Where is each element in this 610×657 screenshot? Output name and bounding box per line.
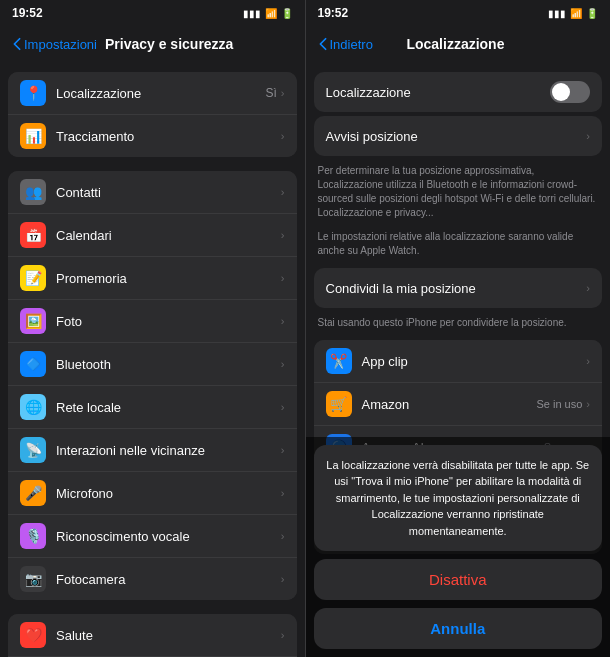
localizzazione-toggle-row[interactable]: Localizzazione: [314, 72, 603, 112]
right-battery-icon: 🔋: [586, 8, 598, 19]
interazioni-icon: 📡: [20, 437, 46, 463]
localizzazione-icon: 📍: [20, 80, 46, 106]
vocale-chevron: ›: [281, 530, 285, 542]
left-status-icons: ▮▮▮ 📶 🔋: [243, 8, 293, 19]
interazioni-label: Interazioni nelle vicinanze: [56, 443, 281, 458]
condividi-label: Condividi la mia posizione: [326, 281, 587, 296]
list-item-calendari[interactable]: 📅 Calendari ›: [8, 214, 297, 257]
foto-chevron: ›: [281, 315, 285, 327]
right-nav-title: Localizzazione: [373, 36, 538, 52]
condividi-info: Stai usando questo iPhone per condivider…: [306, 312, 611, 336]
left-status-bar: 19:52 ▮▮▮ 📶 🔋: [0, 0, 305, 26]
battery-icon: 🔋: [281, 8, 293, 19]
alert-overlay: La localizzazione verrà disabilitata per…: [306, 437, 611, 658]
contatti-chevron: ›: [281, 186, 285, 198]
amazon-icon: 🛒: [326, 391, 352, 417]
calendari-icon: 📅: [20, 222, 46, 248]
microfono-chevron: ›: [281, 487, 285, 499]
localizzazione-value: Sì: [265, 86, 276, 100]
appclip-chevron: ›: [586, 355, 590, 367]
wifi-icon: 📶: [265, 8, 277, 19]
annulla-button[interactable]: Annulla: [314, 608, 603, 649]
tracciamento-chevron: ›: [281, 130, 285, 142]
bluetooth-chevron: ›: [281, 358, 285, 370]
rete-label: Rete locale: [56, 400, 281, 415]
list-item-vocale[interactable]: 🎙️ Riconoscimento vocale ›: [8, 515, 297, 558]
list-item-fotocamera[interactable]: 📷 Fotocamera ›: [8, 558, 297, 600]
interazioni-chevron: ›: [281, 444, 285, 456]
localizzazione-chevron: ›: [281, 87, 285, 99]
left-panel: 19:52 ▮▮▮ 📶 🔋 Impostazioni Privacy e sic…: [0, 0, 306, 657]
disattiva-button[interactable]: Disattiva: [314, 559, 603, 600]
list-item-bluetooth[interactable]: 🔷 Bluetooth ›: [8, 343, 297, 386]
alert-text: La localizzazione verrà disabilitata per…: [326, 457, 591, 540]
salute-chevron: ›: [281, 629, 285, 641]
condividi-chevron: ›: [586, 282, 590, 294]
foto-label: Foto: [56, 314, 281, 329]
contatti-label: Contatti: [56, 185, 281, 200]
list-item-rete[interactable]: 🌐 Rete locale ›: [8, 386, 297, 429]
list-item-interazioni[interactable]: 📡 Interazioni nelle vicinanze ›: [8, 429, 297, 472]
fotocamera-icon: 📷: [20, 566, 46, 592]
avvisi-section: Avvisi posizione ›: [314, 116, 603, 156]
left-nav-title: Privacy e sicurezza: [105, 36, 233, 52]
right-back-button[interactable]: Indietro: [318, 37, 373, 52]
list-item-promemoria[interactable]: 📝 Promemoria ›: [8, 257, 297, 300]
right-nav-header: Indietro Localizzazione: [306, 26, 611, 62]
right-panel: 19:52 ▮▮▮ 📶 🔋 Indietro Localizzazione Lo…: [306, 0, 611, 657]
left-back-button[interactable]: Impostazioni: [12, 37, 97, 52]
section-contacts: 👥 Contatti › 📅 Calendari › 📝 Promemoria …: [8, 171, 297, 600]
localizzazione-toggle-switch[interactable]: [550, 81, 590, 103]
rete-icon: 🌐: [20, 394, 46, 420]
info-text-2: Le impostazioni relative alla localizzaz…: [306, 226, 611, 264]
right-back-label: Indietro: [330, 37, 373, 52]
section-health: ❤️ Salute › 🔬 Dati di sensori e utilizzo…: [8, 614, 297, 657]
rete-chevron: ›: [281, 401, 285, 413]
left-settings-list: 📍 Localizzazione Sì › 📊 Tracciamento › 👥…: [0, 62, 305, 657]
avvisi-chevron: ›: [586, 130, 590, 142]
list-item-microfono[interactable]: 🎤 Microfono ›: [8, 472, 297, 515]
localizzazione-toggle-label: Localizzazione: [326, 85, 551, 100]
microfono-label: Microfono: [56, 486, 281, 501]
foto-icon: 🖼️: [20, 308, 46, 334]
right-time: 19:52: [318, 6, 349, 20]
right-status-bar: 19:52 ▮▮▮ 📶 🔋: [306, 0, 611, 26]
calendari-label: Calendari: [56, 228, 281, 243]
vocale-label: Riconoscimento vocale: [56, 529, 281, 544]
appclip-icon: ✂️: [326, 348, 352, 374]
list-item-foto[interactable]: 🖼️ Foto ›: [8, 300, 297, 343]
signal-icon: ▮▮▮: [243, 8, 261, 19]
promemoria-chevron: ›: [281, 272, 285, 284]
microfono-icon: 🎤: [20, 480, 46, 506]
fotocamera-label: Fotocamera: [56, 572, 281, 587]
vocale-icon: 🎙️: [20, 523, 46, 549]
list-item-contatti[interactable]: 👥 Contatti ›: [8, 171, 297, 214]
list-item-tracciamento[interactable]: 📊 Tracciamento ›: [8, 115, 297, 157]
tracciamento-label: Tracciamento: [56, 129, 281, 144]
salute-label: Salute: [56, 628, 281, 643]
tracciamento-icon: 📊: [20, 123, 46, 149]
promemoria-label: Promemoria: [56, 271, 281, 286]
left-back-label: Impostazioni: [24, 37, 97, 52]
bluetooth-label: Bluetooth: [56, 357, 281, 372]
amazon-status: Se in uso: [536, 398, 582, 410]
amazon-chevron: ›: [586, 398, 590, 410]
contatti-icon: 👥: [20, 179, 46, 205]
promemoria-icon: 📝: [20, 265, 46, 291]
list-item-salute[interactable]: ❤️ Salute ›: [8, 614, 297, 657]
toggle-knob: [552, 83, 570, 101]
condividi-section: Condividi la mia posizione ›: [314, 268, 603, 308]
bluetooth-icon: 🔷: [20, 351, 46, 377]
right-wifi-icon: 📶: [570, 8, 582, 19]
alert-box: La localizzazione verrà disabilitata per…: [314, 445, 603, 552]
fotocamera-chevron: ›: [281, 573, 285, 585]
avvisi-row[interactable]: Avvisi posizione ›: [314, 116, 603, 156]
amazon-label: Amazon: [362, 397, 537, 412]
calendari-chevron: ›: [281, 229, 285, 241]
app-row-amazon[interactable]: 🛒 Amazon Se in uso ›: [314, 383, 603, 426]
condividi-row[interactable]: Condividi la mia posizione ›: [314, 268, 603, 308]
list-item-localizzazione[interactable]: 📍 Localizzazione Sì ›: [8, 72, 297, 115]
left-nav-header: Impostazioni Privacy e sicurezza: [0, 26, 305, 62]
app-row-appclip[interactable]: ✂️ App clip ›: [314, 340, 603, 383]
appclip-label: App clip: [362, 354, 587, 369]
